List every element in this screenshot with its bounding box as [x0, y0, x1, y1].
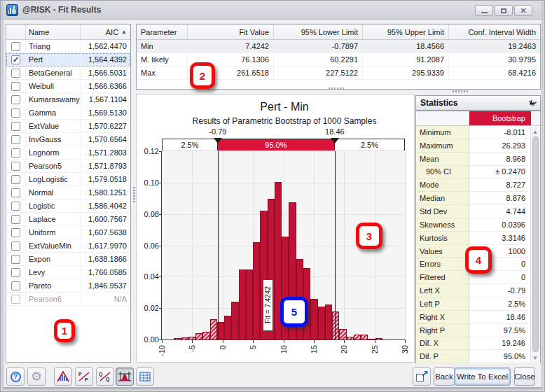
fit-checkbox-cell [6, 200, 25, 213]
fit-table-row[interactable]: Min7.4242-0.789718.456619.2463 [137, 40, 540, 53]
fit-table-header: Parameter Fit Value 95% Lower Limit 95% … [137, 24, 540, 40]
fit-list-row[interactable]: ExtValue1,570.6227 [6, 120, 130, 133]
right-delimiter-marker-icon[interactable] [331, 138, 339, 144]
unchecked-checkbox[interactable] [11, 69, 20, 78]
unchecked-checkbox[interactable] [11, 295, 20, 304]
fit-list-row[interactable]: Pearson51,571.8793 [6, 160, 130, 173]
unchecked-checkbox[interactable] [11, 42, 20, 51]
fit-name-cell: Kumaraswamy [25, 93, 80, 106]
x-axis-tick [405, 340, 406, 343]
fit-list-row[interactable]: Pearson6N/A [6, 293, 130, 306]
title-bar: @RISK - Fit Results ✕ [1, 1, 544, 20]
unchecked-checkbox[interactable] [11, 82, 20, 91]
horizontal-splitter-handle[interactable] [329, 88, 345, 90]
unchecked-checkbox[interactable] [11, 281, 20, 290]
pp-plot-button[interactable]: PP [75, 368, 93, 386]
scroll-up-icon[interactable]: ▲ [532, 129, 538, 135]
unchecked-checkbox[interactable] [11, 108, 20, 118]
fit-list-row[interactable]: Logistic1,586.4042 [6, 200, 130, 213]
close-window-button[interactable]: ✕ [514, 5, 532, 16]
unchecked-checkbox[interactable] [11, 241, 20, 251]
unchecked-checkbox[interactable] [11, 228, 20, 237]
settings-button[interactable]: ⚙ [27, 368, 46, 386]
fit-aic-cell: 1,570.6227 [80, 120, 130, 133]
fit-list-row[interactable]: InvGauss1,570.6564 [6, 133, 130, 146]
stats-splitter-handle[interactable] [453, 90, 469, 92]
unchecked-checkbox[interactable] [11, 148, 20, 158]
unchecked-checkbox[interactable] [11, 122, 20, 131]
statistics-row: Maximum26.293 [416, 139, 540, 153]
unchecked-checkbox[interactable] [11, 255, 20, 264]
fit-value-flag-label: Fit = 7.4242 [264, 281, 272, 330]
fit-list-row[interactable]: Lognorm1,571.2803 [6, 146, 130, 160]
qq-plot-button[interactable]: QQ [96, 368, 114, 386]
statistics-row: Right X18.46 [416, 311, 540, 324]
fit-list-row[interactable]: LogLogistic1,579.0518 [6, 173, 130, 186]
unchecked-checkbox[interactable] [11, 135, 20, 144]
statistics-dropdown[interactable]: Statistics ∨ [415, 95, 541, 111]
fit-checkbox-cell [6, 40, 25, 53]
fit-list-row[interactable]: ExtValueMin1,617.9970 [6, 239, 130, 253]
unchecked-checkbox[interactable] [11, 215, 20, 224]
fit-list-row[interactable]: Gamma1,569.5130 [6, 106, 130, 120]
fit-name-cell: Lognorm [25, 146, 80, 160]
write-to-excel-button[interactable]: Write To Excel [454, 368, 511, 386]
scroll-down-icon[interactable]: ▼ [532, 355, 538, 361]
fit-table-view-button[interactable] [136, 368, 154, 386]
band-left: 2.5% [162, 139, 218, 151]
statistic-label: Values [416, 245, 469, 258]
unchecked-checkbox[interactable] [11, 95, 20, 104]
back-button[interactable]: Back [434, 368, 455, 386]
export-report-button[interactable]: ↗ [413, 368, 431, 386]
callout-badge-4: 4 [465, 246, 492, 274]
lower-limit-cell: -0.7897 [273, 40, 362, 53]
help-button[interactable]: ? [6, 368, 25, 386]
left-delimiter-marker-icon[interactable] [214, 138, 222, 144]
unchecked-checkbox[interactable] [11, 202, 20, 211]
fit-distribution-button[interactable] [116, 368, 134, 386]
gear-icon: ⚙ [31, 370, 42, 383]
statistic-label: 90% CI [416, 166, 469, 179]
histogram-bar [224, 316, 231, 340]
fit-name-cell: Gamma [25, 106, 80, 120]
fit-list-row[interactable]: Uniform1,607.5638 [6, 226, 130, 239]
fit-list-row[interactable]: BetaGeneral1,566.5031 [6, 66, 130, 80]
fit-list-row[interactable]: Kumaraswamy1,567.1104 [6, 93, 130, 106]
close-button[interactable]: Close [514, 368, 535, 386]
fit-checkbox-cell [6, 106, 25, 120]
fit-list-header-checkbox-col [6, 24, 25, 39]
fit-list-header-name[interactable]: Name [25, 24, 80, 39]
statistic-value: 19.246 [469, 337, 540, 351]
fit-list-row[interactable]: Laplace1,600.7567 [6, 213, 130, 226]
fit-checkbox-cell [6, 80, 25, 93]
minimize-button[interactable] [475, 5, 493, 16]
fit-list-row[interactable]: Expon1,638.1866 [6, 253, 130, 266]
fit-list-row[interactable]: ✓Pert1,564.4392 [6, 53, 130, 66]
fit-list-row[interactable]: Weibull1,566.6366 [6, 80, 130, 93]
fit-list-row[interactable]: Normal1,580.1251 [6, 186, 130, 200]
statistic-value: 8.968 [469, 153, 540, 166]
histogram-bar [253, 242, 260, 340]
unchecked-checkbox[interactable] [11, 175, 20, 184]
vertical-splitter-handle[interactable] [133, 187, 135, 204]
fit-name-cell: Pearson5 [25, 160, 80, 173]
maximize-button[interactable] [495, 5, 513, 16]
statistics-label-column-header [416, 111, 469, 125]
unchecked-checkbox[interactable] [11, 162, 20, 171]
fit-aic-cell: 1,567.1104 [80, 93, 130, 106]
fit-list-row[interactable]: Triang1,562.4470 [6, 40, 130, 53]
statistic-value: 4.744 [469, 205, 540, 218]
statistics-scrollbar[interactable]: ▲ ▼ [530, 127, 539, 363]
fit-list-header-aic[interactable]: AIC▲ [80, 24, 130, 39]
statistic-label: Minimum [416, 126, 469, 139]
unchecked-checkbox[interactable] [11, 188, 20, 197]
fit-ranking-button[interactable] [54, 368, 72, 386]
fit-list-row[interactable]: Levy1,766.0585 [6, 266, 130, 279]
interval-width-cell: 30.9795 [448, 53, 540, 66]
unchecked-checkbox[interactable] [11, 268, 20, 277]
x-axis-tick [253, 340, 254, 343]
fit-aic-cell: 1,571.8793 [80, 160, 130, 173]
fit-list-row[interactable]: Pareto1,846.9537 [6, 279, 130, 293]
scrollbar-thumb[interactable] [532, 136, 539, 352]
checked-checkbox[interactable]: ✓ [11, 55, 20, 64]
